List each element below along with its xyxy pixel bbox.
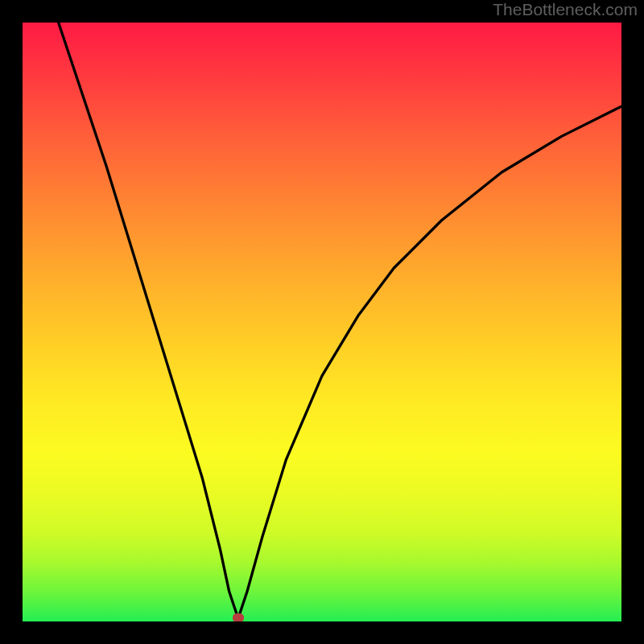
optimal-point-marker	[233, 613, 244, 621]
watermark-text: TheBottleneck.com	[493, 0, 638, 19]
plot-area	[23, 23, 621, 621]
chart-frame: TheBottleneck.com	[0, 0, 644, 644]
bottleneck-curve	[23, 23, 621, 621]
